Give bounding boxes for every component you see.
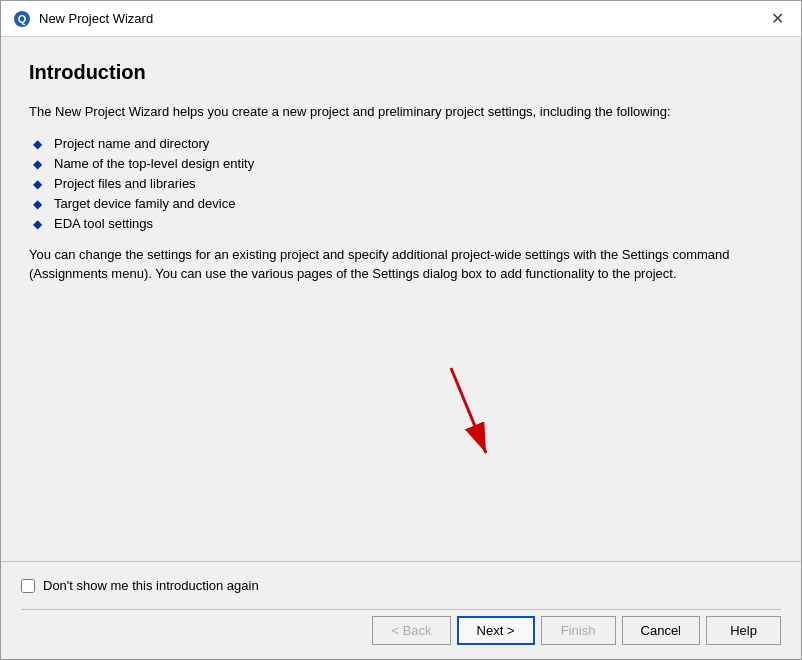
content-area: Introduction The New Project Wizard help… (1, 37, 801, 561)
intro-heading: Introduction (29, 61, 773, 84)
list-item: ◆Project name and directory (29, 136, 773, 151)
arrow-annotation (431, 358, 511, 481)
list-item: ◆Project files and libraries (29, 176, 773, 191)
help-button[interactable]: Help (706, 616, 781, 645)
button-row: < Back Next > Finish Cancel Help (21, 609, 781, 649)
dont-show-row: Don't show me this introduction again (21, 572, 781, 599)
close-button[interactable]: ✕ (765, 7, 789, 31)
dialog-title: New Project Wizard (39, 11, 153, 26)
title-bar: Q New Project Wizard ✕ (1, 1, 801, 37)
finish-button[interactable]: Finish (541, 616, 616, 645)
list-item: ◆Target device family and device (29, 196, 773, 211)
new-project-wizard-dialog: Q New Project Wizard ✕ Introduction The … (0, 0, 802, 660)
bullet-icon: ◆ (33, 197, 42, 211)
svg-line-3 (451, 368, 486, 453)
list-item: ◆Name of the top-level design entity (29, 156, 773, 171)
bullet-list: ◆Project name and directory◆Name of the … (29, 136, 773, 231)
bottom-section: Don't show me this introduction again < … (1, 561, 801, 659)
intro-paragraph-1: The New Project Wizard helps you create … (29, 102, 773, 122)
svg-text:Q: Q (18, 13, 27, 25)
wizard-icon: Q (13, 10, 31, 28)
bullet-icon: ◆ (33, 177, 42, 191)
bullet-icon: ◆ (33, 217, 42, 231)
bullet-icon: ◆ (33, 157, 42, 171)
next-button[interactable]: Next > (457, 616, 535, 645)
title-bar-left: Q New Project Wizard (13, 10, 153, 28)
intro-paragraph-2: You can change the settings for an exist… (29, 245, 773, 284)
back-button[interactable]: < Back (372, 616, 450, 645)
list-item: ◆EDA tool settings (29, 216, 773, 231)
bullet-icon: ◆ (33, 137, 42, 151)
cancel-button[interactable]: Cancel (622, 616, 700, 645)
dont-show-checkbox[interactable] (21, 579, 35, 593)
dont-show-label[interactable]: Don't show me this introduction again (43, 578, 259, 593)
